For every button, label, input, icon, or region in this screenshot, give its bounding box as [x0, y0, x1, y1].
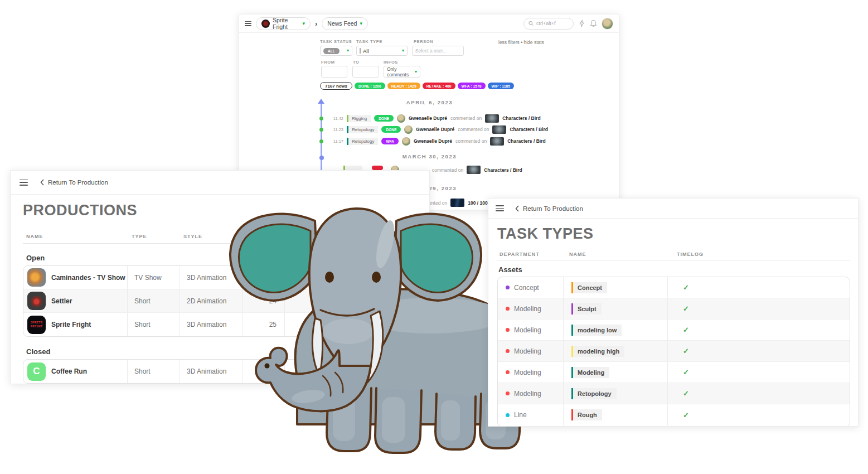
entry-avatar[interactable] — [404, 125, 413, 134]
name-cell: SPRITE FRIGHT Sprite Fright — [23, 313, 127, 336]
name-cell: Settler — [23, 289, 127, 312]
timeline-dot — [319, 117, 323, 120]
person-label: PERSON — [414, 39, 433, 44]
back-link[interactable]: Return To Production — [40, 179, 108, 186]
entry-person[interactable]: Gwenaelle Dupré — [409, 115, 447, 121]
timelog-cell: ✓ — [667, 298, 850, 319]
chevron-down-icon: ▾ — [360, 21, 362, 26]
task-type-chip: Sculpt — [571, 303, 602, 315]
department-label: Modeling — [514, 369, 541, 376]
page-selector-value: News Feed — [327, 20, 357, 27]
production-selector[interactable]: Sprite Fright ▾ — [256, 17, 311, 30]
department-label: Modeling — [514, 347, 541, 355]
name-cell: Concept — [563, 277, 667, 298]
department-cell: Line — [498, 404, 563, 425]
department-label: Modeling — [514, 305, 541, 313]
global-search[interactable] — [523, 18, 574, 30]
chevron-down-icon: ▾ — [347, 49, 349, 53]
task-type-chip: Retopology — [571, 388, 617, 399]
back-link-label: Return To Production — [523, 205, 583, 212]
search-input[interactable] — [536, 21, 569, 26]
date-header: MARCH 30, 2023 — [239, 153, 619, 159]
news-entry: 11:23 Retopology DONE Gwenaelle Dupré co… — [330, 125, 548, 134]
entry-thumbnail[interactable] — [490, 137, 504, 146]
bolt-icon[interactable] — [578, 20, 585, 27]
table-row-rough[interactable]: Line Rough ✓ — [498, 404, 850, 425]
from-label: FROM — [321, 60, 334, 65]
section-label-closed: Closed — [26, 347, 50, 356]
check-icon: ✓ — [683, 347, 689, 355]
person-input[interactable] — [413, 48, 463, 54]
table-row-modeling[interactable]: Modeling Modeling ✓ — [498, 362, 850, 383]
department-dot — [506, 391, 510, 395]
production-name: Settler — [51, 297, 72, 305]
chevron-left-icon — [515, 205, 519, 212]
task-status-value: ALL — [323, 48, 340, 54]
entry-thumbnail[interactable] — [485, 114, 499, 123]
task-type-label: TASK TYPE — [356, 39, 382, 44]
production-thumbnail: SPRITE FRIGHT — [27, 316, 46, 334]
timeline-dot — [319, 139, 323, 143]
entry-thumbnail[interactable] — [467, 166, 481, 174]
search-icon — [528, 21, 534, 26]
entry-avatar[interactable] — [402, 137, 410, 146]
timelog-cell: ✓ — [667, 404, 850, 425]
task-status-select[interactable]: ALL ▾ — [320, 46, 352, 56]
entry-action: commented on — [455, 138, 487, 144]
entry-person[interactable]: Gwenaelle Dupré — [416, 127, 454, 132]
news-count-badge: 7167 news — [320, 82, 352, 90]
entry-action: commented on — [432, 167, 463, 173]
task-types-window: Return To Production TASK TYPES DEPARTME… — [488, 198, 859, 427]
entry-thumbnail[interactable] — [492, 125, 506, 134]
production-name: Sprite Fright — [51, 321, 91, 328]
table-row-modeling-low[interactable]: Modeling modeling low ✓ — [498, 320, 850, 341]
entry-status-pill — [372, 166, 383, 170]
department-dot — [506, 370, 510, 374]
entry-target[interactable]: Characters / Bird — [484, 167, 522, 173]
status-badge-done: DONE : 1206 — [355, 83, 385, 89]
chevron-down-icon: ▾ — [415, 70, 417, 74]
back-link[interactable]: Return To Production — [515, 205, 583, 212]
entry-status-pill: DONE — [381, 126, 401, 133]
timelog-cell: ✓ — [667, 320, 850, 340]
task-type-select[interactable]: All ▾ — [356, 46, 408, 56]
check-icon: ✓ — [683, 368, 689, 376]
table-row-retopology[interactable]: Modeling Retopology ✓ — [498, 383, 850, 404]
menu-icon[interactable] — [20, 180, 28, 186]
table-row-sculpt[interactable]: Modeling Sculpt ✓ — [498, 298, 850, 320]
filter-toggle-links[interactable]: less filters • hide stats — [498, 40, 544, 45]
menu-icon[interactable] — [496, 205, 504, 211]
entry-target[interactable]: Characters / Bird — [502, 115, 541, 121]
infos-select[interactable]: Only comments ▾ — [384, 66, 420, 78]
entry-person[interactable]: Gwenaelle Dupré — [414, 138, 452, 144]
department-label: Modeling — [514, 326, 541, 334]
status-badge-wip: WIP : 1185 — [488, 83, 515, 89]
chevron-left-icon — [40, 179, 44, 186]
name-cell: Modeling — [563, 362, 667, 383]
timelog-cell: ✓ — [667, 341, 850, 361]
page-selector[interactable]: News Feed ▾ — [322, 17, 368, 30]
name-cell: Sculpt — [563, 298, 667, 319]
from-input[interactable] — [322, 69, 347, 75]
bell-icon[interactable] — [590, 20, 597, 27]
table-row-modeling-high[interactable]: Modeling modeling high ✓ — [498, 341, 850, 362]
entry-target[interactable]: Characters / Bird — [510, 127, 548, 132]
top-bar: Return To Production — [488, 199, 858, 219]
name-cell: Caminandes - TV Show — [23, 266, 127, 289]
entry-avatar[interactable] — [397, 114, 405, 123]
menu-icon[interactable] — [245, 21, 251, 26]
task-types-table: Concept Concept ✓ Modeling Sculpt ✓ — [497, 277, 850, 427]
to-input[interactable] — [353, 69, 379, 75]
entry-target[interactable]: Characters / Bird — [507, 138, 546, 144]
infos-value: Only comments — [387, 66, 415, 78]
department-dot — [506, 328, 510, 332]
department-label: Concept — [514, 284, 539, 292]
infos-label: INFOS — [384, 60, 398, 65]
user-avatar[interactable] — [602, 18, 613, 30]
check-icon: ✓ — [683, 389, 689, 398]
department-cell: Modeling — [498, 362, 563, 383]
table-row-concept[interactable]: Concept Concept ✓ — [498, 277, 850, 298]
task-type-value: All — [363, 48, 402, 54]
department-dot — [506, 307, 510, 311]
task-type-chip: Modeling — [571, 367, 609, 378]
